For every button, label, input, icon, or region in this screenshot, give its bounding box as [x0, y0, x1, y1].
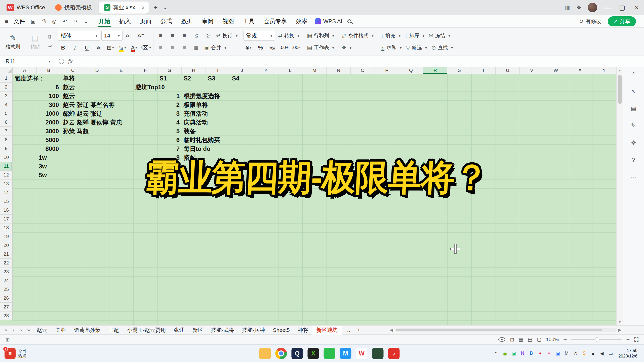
- vertical-scroll-thumb[interactable]: [618, 75, 622, 104]
- panel-layers-icon[interactable]: ▤: [631, 105, 636, 112]
- sheet-tab-新区避坑[interactable]: 新区避坑: [312, 326, 342, 335]
- select-cursor-icon[interactable]: ↖: [631, 88, 636, 95]
- volume-icon[interactable]: ◀: [599, 351, 605, 356]
- column-header-C[interactable]: C: [61, 67, 85, 74]
- cell-C3[interactable]: 赵云: [63, 92, 75, 100]
- redo-icon[interactable]: ↷: [71, 18, 80, 24]
- menu-tab-效率[interactable]: 效率: [291, 15, 312, 28]
- cell-B5[interactable]: 1000: [37, 109, 59, 118]
- sum-button[interactable]: ∑ 求和▾: [379, 42, 403, 53]
- save-icon[interactable]: ▣: [29, 18, 38, 24]
- formula-input[interactable]: [77, 56, 644, 67]
- row-header-28[interactable]: 28: [0, 311, 13, 320]
- worksheet-button[interactable]: ▤ 工作表▾: [305, 42, 336, 53]
- minimize-button[interactable]: —: [600, 0, 615, 15]
- sheet-tab-技能-武将[interactable]: 技能-武将: [207, 326, 238, 335]
- decrease-indent-icon[interactable]: ≤: [191, 31, 202, 41]
- menu-tab-视图[interactable]: 视图: [218, 15, 238, 28]
- column-header-O[interactable]: O: [351, 67, 375, 74]
- horizontal-scroll-track[interactable]: [395, 328, 616, 332]
- number-format-select[interactable]: 常规▾: [243, 31, 275, 41]
- cell-H8[interactable]: 临时礼包购买: [184, 135, 220, 144]
- row-header-10[interactable]: 10: [0, 153, 13, 162]
- row-header-9[interactable]: 9: [0, 144, 13, 153]
- filter-button[interactable]: ▽ 筛选▾: [405, 42, 429, 53]
- cell-H5[interactable]: 充值活动: [184, 109, 208, 118]
- column-header-N[interactable]: N: [327, 67, 351, 74]
- cut-icon[interactable]: ✂: [48, 43, 52, 49]
- insert-function-icon[interactable]: [59, 59, 64, 64]
- cell-C6[interactable]: 赵云 貂蝉 夏侯惇 黄忠: [63, 118, 122, 127]
- taskbar-wechat-icon[interactable]: [324, 348, 335, 359]
- cell-H4[interactable]: 极限单将: [184, 100, 208, 109]
- cell-H3[interactable]: 根据氪度选将: [184, 92, 220, 100]
- conditional-format-button[interactable]: ▧ 条件格式▾: [340, 30, 375, 41]
- prev-sheet-icon[interactable]: ‹: [10, 327, 17, 333]
- more-tools-icon[interactable]: ⋯: [631, 173, 637, 180]
- column-header-S[interactable]: S: [447, 67, 471, 74]
- green-app-icon[interactable]: ▣: [511, 351, 516, 356]
- font-color-button[interactable]: A▾: [129, 43, 139, 53]
- align-top-icon[interactable]: ≡: [155, 43, 166, 53]
- menu-tab-公式[interactable]: 公式: [156, 15, 177, 28]
- wps-home-tab[interactable]: W WPS Office: [2, 0, 50, 15]
- merge-cells-button[interactable]: ▣ 合并▾: [203, 42, 228, 53]
- thousands-separator-button[interactable]: ‰: [267, 43, 277, 53]
- split-view-icon[interactable]: ▥: [561, 2, 573, 13]
- column-header-R[interactable]: R: [423, 67, 447, 74]
- row-header-1[interactable]: 1: [0, 74, 13, 83]
- row-header-13[interactable]: 13: [0, 179, 13, 188]
- wps-ai-button[interactable]: WPS AI: [315, 18, 342, 25]
- edit-pen-icon[interactable]: ✎: [631, 122, 636, 129]
- sheet-tab-赵云[interactable]: 赵云: [33, 326, 51, 335]
- bold-button[interactable]: B: [58, 43, 68, 53]
- row-header-3[interactable]: 3: [0, 92, 13, 100]
- underline-button[interactable]: U: [82, 43, 92, 53]
- horizontal-scrollbar[interactable]: ◀ ▶: [390, 328, 641, 332]
- select-all-corner[interactable]: [0, 67, 13, 74]
- n-app-icon[interactable]: N: [520, 351, 525, 356]
- row-header-18[interactable]: 18: [0, 223, 13, 232]
- taskbar-dark-green-app-icon[interactable]: [372, 348, 384, 359]
- cell-C1[interactable]: 单将: [63, 74, 75, 83]
- scroll-right-icon[interactable]: ▶: [618, 328, 621, 332]
- mic-icon[interactable]: M: [564, 351, 569, 356]
- increase-font-button[interactable]: A⁺: [124, 31, 134, 41]
- cell-G8[interactable]: 6: [157, 135, 180, 144]
- reading-view-eye-icon[interactable]: [498, 337, 505, 342]
- cell-style-button[interactable]: ❖▾: [340, 42, 353, 53]
- taskbar-meeting-icon[interactable]: M: [340, 348, 351, 359]
- news-widget[interactable]: ≡ 1 今日 热点: [0, 348, 31, 359]
- close-button[interactable]: ×: [629, 0, 644, 15]
- page-layout-view-icon[interactable]: ▤: [528, 337, 532, 342]
- row-header-6[interactable]: 6: [0, 118, 13, 127]
- taskbar-start-icon[interactable]: [245, 348, 255, 358]
- document-tab[interactable]: S 霸业.xlsx: [99, 2, 149, 14]
- grid-settings-icon[interactable]: ⊡: [510, 337, 514, 343]
- orientation-icon[interactable]: ≣: [191, 43, 202, 53]
- quick-access-caret-icon[interactable]: ⌄: [82, 18, 91, 24]
- cell-H6[interactable]: 庆典活动: [184, 118, 208, 127]
- row-header-2[interactable]: 2: [0, 83, 13, 92]
- sheet-tab-神将[interactable]: 神将: [294, 326, 312, 335]
- taskbar-file-explorer-icon[interactable]: [259, 348, 271, 359]
- cell-I1[interactable]: S3: [208, 74, 215, 83]
- cell-B12[interactable]: 5w: [39, 171, 47, 179]
- battery-icon[interactable]: ▭: [608, 351, 613, 356]
- vertical-scrollbar[interactable]: ▲ ▼: [616, 67, 623, 325]
- sheet-tab-新区[interactable]: 新区: [188, 326, 207, 335]
- zoom-out-button[interactable]: −: [563, 336, 567, 343]
- zoom-slider[interactable]: [571, 339, 622, 340]
- column-header-Y[interactable]: Y: [592, 67, 616, 74]
- page-break-view-icon[interactable]: ▢: [537, 337, 541, 342]
- column-header-J[interactable]: J: [230, 67, 254, 74]
- row-header-24[interactable]: 24: [0, 276, 13, 285]
- blue-app-icon[interactable]: ▣: [555, 351, 560, 356]
- cell-C2[interactable]: 赵云: [63, 83, 75, 92]
- row-header-11[interactable]: 11: [0, 162, 13, 171]
- cell-G1[interactable]: S1: [159, 74, 167, 83]
- cell-G3[interactable]: 1: [157, 92, 180, 100]
- fill-button[interactable]: ↓ 填充▾: [379, 30, 402, 41]
- sort-button[interactable]: ↕ 排序▾: [403, 30, 426, 41]
- column-header-P[interactable]: P: [375, 67, 399, 74]
